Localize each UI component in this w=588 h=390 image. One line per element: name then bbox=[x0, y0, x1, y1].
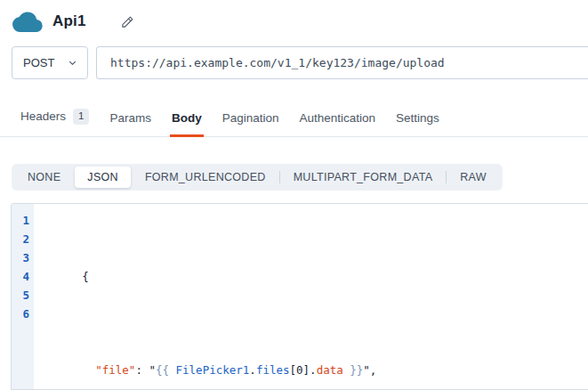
api-header: Api1 bbox=[0, 0, 588, 34]
pencil-icon bbox=[121, 15, 134, 28]
tab-body[interactable]: Body bbox=[172, 111, 202, 136]
tab-authentication[interactable]: Authentication bbox=[300, 111, 376, 136]
line-number: 3 bbox=[12, 248, 29, 267]
chevron-down-icon bbox=[68, 58, 77, 68]
body-type-raw[interactable]: RAW bbox=[447, 171, 500, 183]
method-select-value: POST bbox=[23, 56, 54, 69]
request-row: POST https://api.example.com/v1_1/key123… bbox=[12, 46, 588, 79]
body-type-form-urlencoded[interactable]: FORM_URLENCODED bbox=[132, 171, 279, 183]
headers-count-badge: 1 bbox=[73, 109, 89, 125]
tab-pagination[interactable]: Pagination bbox=[222, 111, 279, 136]
line-number: 2 bbox=[12, 230, 29, 248]
line-number: 4 bbox=[12, 267, 29, 286]
api-title: Api1 bbox=[52, 12, 86, 30]
url-input[interactable]: https://api.example.com/v1_1/key123/imag… bbox=[96, 46, 588, 79]
request-tabs: Headers 1 Params Body Pagination Authent… bbox=[0, 109, 588, 137]
body-type-selector: NONE JSON FORM_URLENCODED MULTIPART_FORM… bbox=[12, 164, 503, 191]
tab-settings[interactable]: Settings bbox=[396, 111, 439, 136]
json-body-editor: 1 2 3 4 5 6 { "file": "{{ FilePicker1.fi… bbox=[11, 203, 588, 390]
body-type-json[interactable]: JSON bbox=[75, 167, 131, 188]
body-type-multipart-form-data[interactable]: MULTIPART_FORM_DATA bbox=[280, 171, 447, 183]
edit-api-name-button[interactable] bbox=[120, 13, 136, 29]
body-type-none[interactable]: NONE bbox=[14, 171, 74, 183]
code-line: { bbox=[42, 248, 588, 305]
tab-headers[interactable]: Headers 1 bbox=[20, 109, 89, 136]
line-number: 5 bbox=[12, 286, 29, 305]
code-line: "file": "{{ FilePicker1.files[0].data }}… bbox=[42, 342, 588, 390]
editor-gutter: 1 2 3 4 5 6 bbox=[12, 204, 34, 389]
code-content[interactable]: { "file": "{{ FilePicker1.files[0].data … bbox=[34, 204, 588, 389]
tab-params[interactable]: Params bbox=[109, 111, 151, 136]
line-number: 6 bbox=[12, 305, 29, 323]
method-select[interactable]: POST bbox=[12, 46, 88, 79]
line-number: 1 bbox=[12, 211, 29, 230]
cloud-icon bbox=[12, 10, 43, 33]
